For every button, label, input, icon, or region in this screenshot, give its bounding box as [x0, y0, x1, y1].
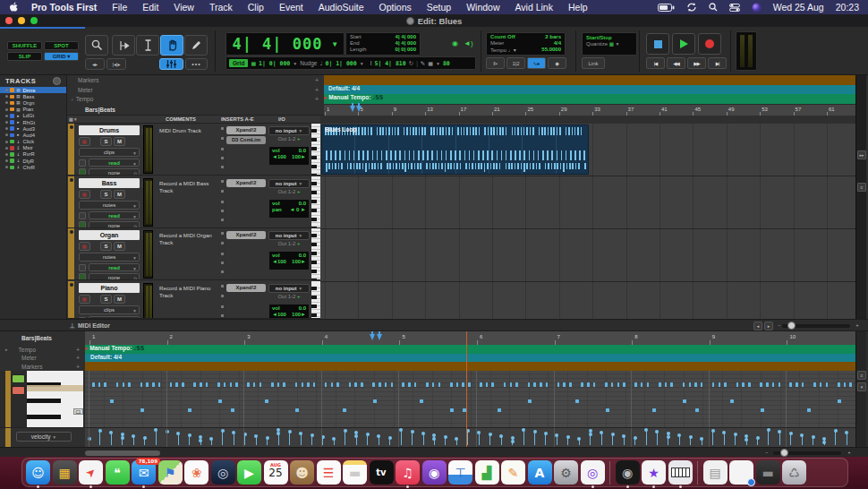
velocity-lane-selector[interactable]: velocity ▼: [16, 432, 72, 442]
mute-button[interactable]: M: [114, 137, 125, 146]
automation-mode-selector[interactable]: read▼: [89, 159, 140, 167]
velocity-head[interactable]: [266, 436, 269, 440]
vertical-scrollbar[interactable]: ▸▸ ≡: [855, 75, 866, 319]
menu-track[interactable]: Track: [209, 2, 233, 13]
nudge-dropdown-arrow[interactable]: ▼: [360, 61, 364, 66]
bars-ruler-label[interactable]: Bars|Beats: [85, 107, 115, 113]
track-view-selector[interactable]: clips▼: [79, 305, 140, 314]
insert-xpand-2[interactable]: Xpand!2: [226, 231, 266, 239]
me-selection-end[interactable]: [377, 334, 382, 340]
scroll-up-button[interactable]: ▸▸: [857, 150, 866, 159]
output-path[interactable]: Out 1-2 +: [270, 136, 308, 143]
automation-icon[interactable]: [79, 159, 86, 167]
velocity-head[interactable]: [432, 437, 436, 441]
track-name-button[interactable]: Drums: [79, 125, 140, 135]
velocity-head[interactable]: [800, 433, 804, 437]
me-meter-label[interactable]: Meter: [21, 355, 37, 361]
output-window-selector[interactable]: none⧉: [89, 168, 140, 176]
conductor-button[interactable]: ∿▸: [527, 57, 546, 69]
nudge-note-icon[interactable]: ♩: [319, 60, 322, 67]
count-off-button[interactable]: 1|2: [506, 57, 525, 69]
zoomer-tool[interactable]: [85, 35, 108, 56]
track-list-item-aud4[interactable]: ▸Aud4: [0, 132, 66, 138]
stop-button[interactable]: [646, 33, 669, 55]
pencil-small-icon[interactable]: ✎: [421, 60, 425, 67]
add-tempo-button[interactable]: +: [315, 96, 319, 102]
velocity-head[interactable]: [377, 434, 380, 438]
insert-xpand-2[interactable]: Xpand!2: [226, 179, 266, 187]
track-lanes[interactable]: Blues Loop: [320, 124, 855, 319]
grid-mode-button[interactable]: GRID ▾: [44, 52, 79, 61]
velocity-head[interactable]: [722, 431, 726, 434]
inserts-column-header[interactable]: INSERTS A-E: [221, 116, 254, 122]
track-list-item-rvrr[interactable]: ↓RvrR: [0, 151, 66, 158]
input-selector[interactable]: no input ▼: [268, 126, 310, 135]
velocity-head[interactable]: [756, 436, 760, 440]
output-path[interactable]: Out 1-2 +: [270, 294, 308, 301]
velocity-head[interactable]: [767, 428, 770, 432]
selection-value[interactable]: 0| 0| 000: [396, 47, 416, 52]
mute-button[interactable]: M: [114, 295, 125, 304]
me-bars-label[interactable]: Bars|Beats: [21, 335, 52, 341]
solo-button[interactable]: S: [100, 137, 112, 146]
insert-xpand-2[interactable]: Xpand!2: [226, 284, 266, 292]
velocity-head[interactable]: [121, 436, 124, 440]
grid-value-mode[interactable]: Grid: [229, 59, 248, 67]
dock-reminders-icon[interactable]: ☰: [317, 460, 341, 485]
dock-music-icon[interactable]: ♫: [396, 460, 420, 485]
velocity-head[interactable]: [533, 430, 537, 433]
menu-audiosuite[interactable]: AudioSuite: [319, 2, 364, 13]
track-header-organ[interactable]: Organ▾SMnotes▼read▼none⧉Record a MIDI Or…: [67, 228, 320, 280]
velocity-head[interactable]: [511, 440, 515, 443]
search-icon[interactable]: [709, 3, 718, 12]
velocity-head[interactable]: [499, 434, 503, 438]
dock-launchpad-icon[interactable]: ▦: [53, 460, 77, 485]
add-meter-button[interactable]: +: [315, 87, 319, 93]
loop-playback-icon[interactable]: ↻: [409, 60, 413, 67]
menu-edit[interactable]: Edit: [142, 2, 158, 13]
velocity-head[interactable]: [700, 437, 703, 441]
velocity-head[interactable]: [834, 429, 838, 433]
velocity-head[interactable]: [399, 428, 403, 432]
zoom-plus-button[interactable]: +: [853, 322, 862, 330]
velocity-head[interactable]: [611, 433, 615, 436]
dock-contacts-icon[interactable]: ☻: [290, 460, 314, 485]
counter-dropdown-arrow[interactable]: ▼: [333, 40, 338, 48]
menu-view[interactable]: View: [174, 2, 194, 13]
tempo-ruler-label[interactable]: Tempo: [76, 96, 94, 102]
velocity-head[interactable]: [311, 433, 314, 437]
velocity-head[interactable]: [789, 432, 793, 435]
blues-loop-clip[interactable]: Blues Loop: [321, 124, 589, 175]
track-list-item-aud3[interactable]: ▸Aud3: [0, 125, 66, 132]
me-add-marker-button[interactable]: +: [76, 364, 80, 370]
countoff-panel[interactable]: Count Off2 barsMeter4/4Tempo ♩▾55.0000: [486, 32, 566, 56]
grabber-tool[interactable]: [160, 35, 183, 56]
record-enable-button[interactable]: [79, 190, 90, 199]
dock-docfile-icon[interactable]: ▤: [703, 460, 728, 485]
velocity-head[interactable]: [154, 428, 157, 432]
siri-icon[interactable]: [752, 3, 762, 13]
record-button[interactable]: [698, 33, 721, 55]
track-list-item-chrr[interactable]: ↓ChrR: [0, 164, 66, 170]
velocity-head[interactable]: [745, 438, 748, 442]
menu-event[interactable]: Event: [279, 2, 303, 13]
dock-calendar-icon[interactable]: AUG25: [264, 460, 288, 485]
mute-button[interactable]: M: [114, 190, 125, 199]
velocity-head[interactable]: [109, 431, 113, 434]
scroll-left-button[interactable]: ◂: [753, 322, 762, 330]
track-view-selector[interactable]: notes▼: [79, 253, 140, 262]
dock-stack-icon[interactable]: ▬: [756, 460, 780, 485]
menu-file[interactable]: File: [112, 2, 127, 13]
velocity-head[interactable]: [822, 441, 826, 444]
control-center-icon[interactable]: [729, 4, 740, 12]
output-window-selector[interactable]: none⧉: [89, 221, 140, 228]
velocity-head[interactable]: [254, 434, 258, 438]
velocity-head[interactable]: [555, 433, 558, 437]
tracks-panel-menu-button[interactable]: [53, 77, 61, 85]
velocity-head[interactable]: [489, 433, 492, 436]
me-zoom-slider[interactable]: [773, 451, 841, 455]
velocity-lane[interactable]: [85, 427, 855, 447]
record-enable-button[interactable]: [79, 137, 90, 146]
dock-tv-icon[interactable]: tv: [370, 460, 394, 485]
velocity-head[interactable]: [98, 429, 102, 433]
